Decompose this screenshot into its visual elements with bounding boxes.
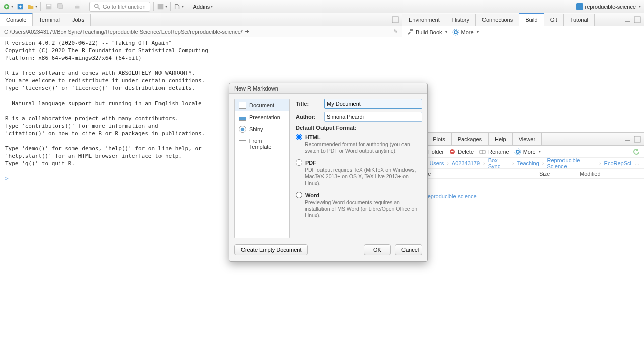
- path-arrow-icon[interactable]: ➔: [245, 28, 249, 35]
- maximize-icon[interactable]: [634, 136, 641, 143]
- save-all-button[interactable]: [56, 2, 66, 12]
- type-shiny[interactable]: Shiny: [235, 123, 289, 135]
- tab-viewer[interactable]: Viewer: [513, 133, 542, 145]
- cancel-button[interactable]: Cancel: [395, 244, 422, 255]
- tab-terminal[interactable]: Terminal: [33, 14, 66, 26]
- format-html-label: HTML: [305, 134, 321, 140]
- format-word-label: Word: [305, 192, 319, 198]
- tab-help[interactable]: Help: [489, 133, 513, 145]
- files-toolbar: New Folder Delete Rename More: [403, 146, 644, 158]
- svg-rect-5: [58, 3, 62, 8]
- format-html-desc: Recommended format for authoring (you ca…: [305, 141, 422, 154]
- goto-file-input[interactable]: Go to file/function: [89, 2, 150, 12]
- file-row-up[interactable]: ..: [407, 181, 640, 191]
- vcs-button[interactable]: [174, 2, 184, 12]
- format-word-desc: Previewing Word documents requires an in…: [305, 199, 422, 219]
- svg-point-13: [454, 31, 457, 34]
- files-tabs: Files Plots Packages Help Viewer: [403, 133, 644, 146]
- format-pdf-radio[interactable]: [296, 159, 302, 166]
- author-label: Author:: [296, 114, 320, 120]
- new-project-button[interactable]: [15, 2, 25, 12]
- delete-button[interactable]: Delete: [449, 148, 474, 155]
- svg-point-19: [516, 150, 519, 153]
- save-button[interactable]: [44, 2, 54, 12]
- maximize-icon[interactable]: [392, 16, 399, 23]
- new-file-button[interactable]: [3, 2, 13, 12]
- tools-button[interactable]: [157, 2, 167, 12]
- build-book-button[interactable]: Build Book: [407, 29, 447, 36]
- format-html-radio[interactable]: [296, 134, 302, 140]
- console-path: C:/Users/A02343179/Box Sync/Teaching/Rep…: [0, 26, 402, 37]
- minimize-icon[interactable]: [624, 136, 631, 143]
- crumb-users[interactable]: Users: [429, 160, 444, 166]
- ok-button[interactable]: OK: [364, 244, 391, 255]
- project-icon: [576, 3, 583, 10]
- tab-jobs[interactable]: Jobs: [66, 14, 91, 26]
- tab-console[interactable]: Console: [0, 13, 33, 26]
- svg-rect-3: [47, 4, 51, 6]
- project-menu[interactable]: reproducible-science: [576, 3, 641, 10]
- build-more-button[interactable]: More: [452, 29, 479, 36]
- title-input[interactable]: [324, 99, 422, 109]
- col-size[interactable]: Size: [539, 171, 580, 177]
- addins-menu[interactable]: Addins: [190, 2, 216, 12]
- console-tabs: Console Terminal Jobs: [0, 13, 402, 26]
- tab-environment[interactable]: Environment: [403, 14, 446, 26]
- type-template[interactable]: From Template: [235, 135, 289, 152]
- files-more-button[interactable]: More: [514, 148, 541, 155]
- create-empty-button[interactable]: Create Empty Document: [234, 244, 308, 255]
- rename-icon: [479, 148, 486, 155]
- col-modified[interactable]: Modified: [580, 171, 640, 177]
- minimize-icon[interactable]: [624, 16, 631, 23]
- open-file-button[interactable]: [27, 2, 37, 12]
- tab-packages[interactable]: Packages: [452, 133, 489, 145]
- rename-button[interactable]: Rename: [479, 148, 509, 155]
- format-pdf-desc: PDF output requires TeX (MiKTeX on Windo…: [305, 167, 422, 187]
- tab-tutorial[interactable]: Tutorial: [564, 14, 595, 26]
- cursor: [12, 176, 12, 182]
- crumb-userid[interactable]: A02343179: [452, 160, 480, 166]
- svg-rect-9: [157, 4, 163, 9]
- delete-icon: [449, 148, 456, 155]
- author-input[interactable]: [324, 112, 422, 122]
- rename-label: Rename: [488, 149, 509, 155]
- crumb-rs[interactable]: Reproducible Science: [547, 157, 596, 169]
- tab-connections[interactable]: Connections: [476, 14, 519, 26]
- col-name[interactable]: Name: [416, 171, 539, 177]
- file-row[interactable]: reproducible-science: [407, 191, 640, 201]
- build-more-label: More: [461, 29, 474, 35]
- hammer-icon: [407, 29, 414, 36]
- crumb-teach[interactable]: Teaching: [517, 160, 539, 166]
- print-button[interactable]: [72, 2, 83, 12]
- file-name: reproducible-science: [426, 193, 477, 199]
- tab-plots[interactable]: Plots: [427, 133, 451, 145]
- document-icon: [239, 102, 246, 109]
- svg-rect-15: [634, 136, 640, 142]
- svg-rect-11: [634, 17, 640, 23]
- console-prompt: >: [5, 175, 12, 182]
- build-toolbar: Build Book More: [403, 26, 644, 38]
- crumb-box[interactable]: Box Sync: [488, 157, 509, 169]
- svg-point-20: [515, 149, 521, 155]
- clear-console-icon[interactable]: ✎: [393, 28, 398, 35]
- maximize-icon[interactable]: [634, 16, 641, 23]
- tab-build[interactable]: Build: [519, 13, 544, 26]
- gear-icon: [514, 148, 521, 155]
- addins-label: Addins: [193, 4, 210, 10]
- crumb-eco[interactable]: EcoRepSci: [604, 160, 631, 166]
- format-word-radio[interactable]: [296, 192, 302, 198]
- breadcrumb-more-icon[interactable]: …: [634, 160, 640, 166]
- goto-placeholder: Go to file/function: [103, 4, 146, 10]
- build-output: [403, 38, 644, 132]
- tab-git[interactable]: Git: [544, 14, 564, 26]
- doc-type-list: Document Presentation Shiny From Templat…: [234, 99, 290, 238]
- type-presentation[interactable]: Presentation: [235, 111, 289, 123]
- env-tabs: Environment History Connections Build Gi…: [403, 13, 644, 26]
- project-label: reproducible-science: [585, 4, 636, 10]
- console-path-text: C:/Users/A02343179/Box Sync/Teaching/Rep…: [4, 29, 243, 35]
- type-document[interactable]: Document: [235, 99, 289, 111]
- file-list: .. reproducible-science: [403, 179, 644, 306]
- separator: [187, 2, 187, 11]
- refresh-icon[interactable]: [633, 148, 640, 155]
- tab-history[interactable]: History: [446, 14, 476, 26]
